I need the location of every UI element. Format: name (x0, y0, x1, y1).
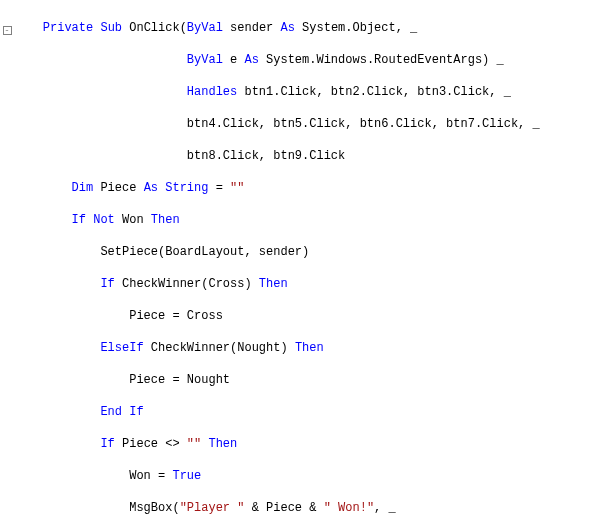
ident-e: e (223, 53, 245, 67)
handles-line2: btn4.Click, btn5.Click, btn6.Click, btn7… (187, 117, 540, 131)
ident-sender: sender (223, 21, 281, 35)
minus-icon[interactable]: - (3, 26, 12, 35)
assign-piece-cross: Piece = Cross (129, 309, 223, 323)
cont: , _ (374, 501, 396, 515)
handles-line1: btn1.Click, btn2.Click, btn3.Click, _ (237, 85, 511, 99)
kw-as: As (280, 21, 294, 35)
call-setpiece: SetPiece(BoardLayout, sender) (100, 245, 309, 259)
kw-true: True (172, 469, 201, 483)
call-msgbox: MsgBox( (129, 501, 179, 515)
str-won: " Won!" (324, 501, 374, 515)
assign-won: Won = (129, 469, 172, 483)
call-checkwinner-nought: CheckWinner(Nought) (144, 341, 295, 355)
kw-private: Private (43, 21, 93, 35)
kw-then: Then (151, 213, 180, 227)
kw-if: If (72, 213, 86, 227)
expr-piece-ne: Piece <> (115, 437, 187, 451)
ident-piece: Piece (93, 181, 143, 195)
str-player: "Player " (180, 501, 245, 515)
kw-if: If (100, 277, 114, 291)
fold-gutter[interactable]: - (0, 20, 14, 36)
assign-piece-nought: Piece = Nought (129, 373, 230, 387)
eq: = (208, 181, 230, 195)
str-empty: "" (187, 437, 201, 451)
ident-systemobject: System.Object, _ (295, 21, 417, 35)
ident-routedeventargs: System.Windows.RoutedEventArgs) _ (259, 53, 504, 67)
str-empty: "" (230, 181, 244, 195)
call-checkwinner-cross: CheckWinner(Cross) (115, 277, 259, 291)
kw-dim: Dim (72, 181, 94, 195)
kw-as: As (244, 53, 258, 67)
ident-won: Won (115, 213, 151, 227)
kw-handles: Handles (187, 85, 237, 99)
kw-not: Not (93, 213, 115, 227)
kw-if-tail: If (122, 405, 144, 419)
kw-string: String (165, 181, 208, 195)
kw-elseif: ElseIf (100, 341, 143, 355)
amp-piece: & Piece & (244, 501, 323, 515)
kw-then: Then (259, 277, 288, 291)
kw-end: End (100, 405, 122, 419)
code-block: - Private Sub OnClick(ByVal sender As Sy… (0, 0, 608, 524)
kw-as: As (144, 181, 158, 195)
handles-line3: btn8.Click, btn9.Click (187, 149, 345, 163)
kw-byval: ByVal (187, 53, 223, 67)
kw-then: Then (208, 437, 237, 451)
ident-onclick: OnClick( (122, 21, 187, 35)
kw-if: If (100, 437, 114, 451)
kw-sub: Sub (100, 21, 122, 35)
kw-then: Then (295, 341, 324, 355)
kw-byval: ByVal (187, 21, 223, 35)
